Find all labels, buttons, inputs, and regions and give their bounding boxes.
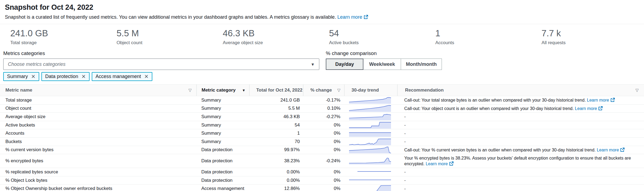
close-icon[interactable]: ✕ bbox=[81, 74, 86, 79]
page-subtitle: Snapshot is a curated list of frequently… bbox=[5, 14, 639, 20]
filter-caret-icon[interactable]: ▼ bbox=[242, 88, 245, 92]
percent-change-cell: 0% bbox=[303, 147, 344, 153]
metric-category-cell: Summary bbox=[196, 106, 249, 111]
recommendation-cell: - bbox=[397, 130, 644, 137]
learn-more-link[interactable]: Learn more bbox=[426, 161, 454, 166]
external-link-icon bbox=[364, 15, 368, 19]
metric-name-cell: % Object Ownership bucket owner enforced… bbox=[0, 186, 196, 191]
close-icon[interactable]: ✕ bbox=[31, 74, 35, 79]
toggle-week-week[interactable]: Week/week bbox=[363, 59, 401, 70]
card-object-count: 5.5 M Object count bbox=[110, 28, 216, 46]
learn-more-link[interactable]: Learn more bbox=[587, 98, 615, 102]
toggle-month-month[interactable]: Month/month bbox=[401, 59, 442, 70]
trend-sparkline-chart bbox=[349, 146, 391, 153]
recommendation-cell: - bbox=[397, 168, 644, 176]
card-value: 7.7 k bbox=[541, 28, 641, 38]
metrics-categories-select[interactable]: Choose metrics categories ▼ bbox=[3, 59, 319, 70]
toggle-day-day[interactable]: Day/day bbox=[326, 59, 363, 70]
recommendation-text: - bbox=[404, 178, 406, 183]
recommendation-text: - bbox=[404, 186, 406, 191]
trend-cell bbox=[344, 113, 397, 120]
percent-change-cell: 0% bbox=[303, 131, 344, 136]
trend-cell bbox=[344, 97, 397, 104]
recommendation-cell: - bbox=[397, 121, 644, 129]
metric-category-cell: Summary bbox=[196, 122, 249, 128]
trend-sparkline-chart bbox=[349, 157, 391, 164]
card-value: 5.5 M bbox=[117, 28, 216, 38]
learn-more-link[interactable]: Learn more bbox=[597, 148, 625, 152]
metric-name-cell: Active buckets bbox=[0, 122, 196, 128]
trend-sparkline-chart bbox=[349, 97, 391, 104]
total-value-cell: 54 bbox=[249, 122, 303, 128]
card-label: Total storage bbox=[10, 40, 110, 46]
page-subtitle-text: Snapshot is a curated list of frequently… bbox=[5, 14, 336, 20]
trend-cell bbox=[344, 157, 397, 164]
metrics-table: Metric name ▽ Metric category ▼ Total fo… bbox=[0, 84, 644, 191]
recommendation-text: - bbox=[404, 131, 406, 136]
metric-name-cell: % Object Lock bytes bbox=[0, 178, 196, 183]
metric-name-cell: Object count bbox=[0, 106, 196, 111]
recommendation-cell: Call-out: Your % current version bytes i… bbox=[397, 146, 644, 154]
column-header-metric-name[interactable]: Metric name ▽ bbox=[0, 85, 196, 96]
column-header-metric-category[interactable]: Metric category ▼ bbox=[196, 85, 249, 96]
total-value-cell: 0.00% bbox=[249, 169, 303, 175]
trend-cell bbox=[344, 130, 397, 137]
page-header: Snapshot for Oct 24, 2022 Snapshot is a … bbox=[0, 0, 644, 20]
total-value-cell: 38.23% bbox=[249, 158, 303, 164]
category-tokens: Summary ✕ Data protection ✕ Access manag… bbox=[3, 72, 319, 81]
learn-more-link[interactable]: Learn more bbox=[575, 106, 603, 111]
metric-name-cell: Accounts bbox=[0, 131, 196, 136]
table-row: Accounts Summary 1 0% - bbox=[0, 129, 644, 138]
recommendation-cell: Call-out: Your object count is an outlie… bbox=[397, 105, 644, 112]
filters-section: Metrics categories Choose metrics catego… bbox=[0, 50, 644, 81]
recommendation-text: Call-out: Your object count is an outlie… bbox=[404, 106, 574, 111]
metric-name-cell: % current version bytes bbox=[0, 147, 196, 153]
card-label: Object count bbox=[117, 40, 216, 46]
card-value: 1 bbox=[435, 28, 535, 38]
trend-cell bbox=[344, 185, 397, 191]
change-comparison-toggle: Day/day Week/week Month/month bbox=[326, 59, 442, 70]
filter-icon[interactable]: ▽ bbox=[188, 88, 192, 93]
percent-change-cell: 0.10% bbox=[303, 106, 344, 111]
trend-cell bbox=[344, 138, 397, 145]
trend-cell bbox=[344, 122, 397, 129]
metric-category-cell: Summary bbox=[196, 114, 249, 119]
card-label: Accounts bbox=[435, 40, 535, 46]
page-title: Snapshot for Oct 24, 2022 bbox=[5, 3, 639, 12]
total-value-cell: 241.0 GB bbox=[249, 98, 303, 103]
recommendation-text: - bbox=[404, 114, 406, 119]
metric-name-cell: Total storage bbox=[0, 98, 196, 103]
table-row: Buckets Summary 70 0% - bbox=[0, 138, 644, 146]
card-active-buckets: 54 Active buckets bbox=[322, 28, 428, 46]
close-icon[interactable]: ✕ bbox=[144, 74, 149, 79]
trend-cell bbox=[344, 105, 397, 112]
token-label: Access management bbox=[96, 74, 141, 79]
table-row: % replicated bytes source Data protectio… bbox=[0, 168, 644, 176]
recommendation-cell: - bbox=[397, 113, 644, 121]
column-header-total[interactable]: Total for Oct 24, 2022 bbox=[249, 85, 303, 96]
percent-change-cell: 0% bbox=[303, 139, 344, 144]
total-value-cell: 70 bbox=[249, 139, 303, 144]
trend-sparkline-chart bbox=[349, 185, 391, 191]
learn-more-link[interactable]: Learn more bbox=[337, 14, 368, 20]
recommendation-text: - bbox=[404, 139, 406, 144]
total-value-cell: 0.00% bbox=[249, 178, 303, 183]
column-header-recommendation[interactable]: Recommendation ▽ bbox=[397, 85, 644, 96]
table-row: Object count Summary 5.5 M 0.10% Call-ou… bbox=[0, 105, 644, 113]
change-comparison-group: % change comparison Day/day Week/week Mo… bbox=[326, 50, 442, 81]
total-value-cell: 1 bbox=[249, 131, 303, 136]
trend-cell bbox=[344, 146, 397, 153]
card-value: 241.0 GB bbox=[10, 28, 110, 38]
recommendation-cell: - bbox=[397, 176, 644, 184]
percent-change-cell: -0.24% bbox=[303, 158, 344, 164]
filter-icon[interactable]: ▽ bbox=[635, 88, 639, 93]
filter-icon[interactable]: ▽ bbox=[337, 88, 340, 93]
column-header-change[interactable]: % change ▽ bbox=[303, 85, 344, 96]
total-value-cell: 46.3 KB bbox=[249, 114, 303, 119]
metric-category-cell: Data protection bbox=[196, 178, 249, 183]
recommendation-cell: - bbox=[397, 138, 644, 145]
total-value-cell: 5.5 M bbox=[249, 106, 303, 111]
recommendation-text: Call-out: Your % current version bytes i… bbox=[404, 148, 596, 152]
metrics-categories-group: Metrics categories Choose metrics catego… bbox=[3, 50, 319, 81]
table-row: % encrypted bytes Data protection 38.23%… bbox=[0, 154, 644, 168]
